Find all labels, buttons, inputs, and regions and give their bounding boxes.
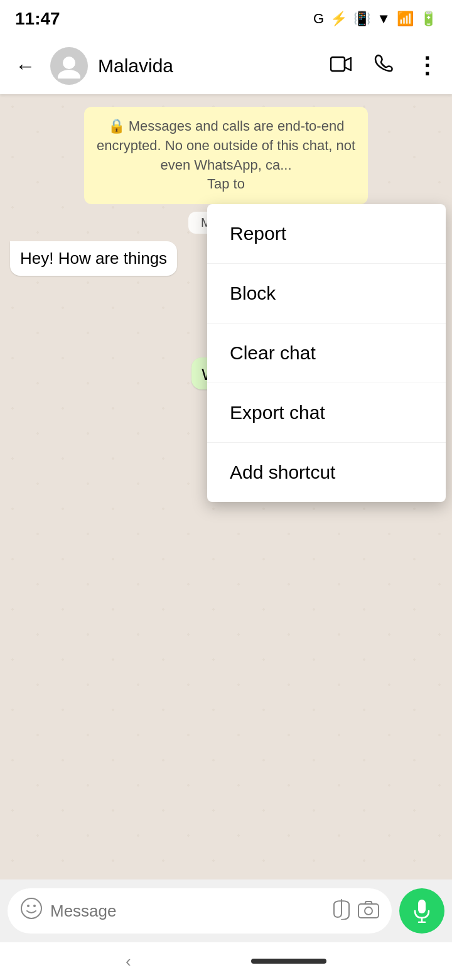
video-call-button[interactable] (325, 50, 357, 83)
menu-item-export-chat[interactable]: Export chat (207, 383, 446, 443)
chat-header: ← Malavida ⋮ (0, 38, 452, 94)
back-nav-button[interactable]: ‹ (126, 952, 131, 971)
chat-area: 🔒 Messages and calls are end-to-endencry… (0, 94, 452, 917)
nav-pill[interactable] (251, 959, 326, 964)
context-menu-overlay[interactable]: Report Block Clear chat Export chat Add … (0, 94, 452, 917)
bluetooth-icon: ⚡ (330, 11, 347, 27)
status-bar: 11:47 G ⚡ 📳 ▼ 📶 🔋 (0, 0, 452, 38)
menu-item-report[interactable]: Report (207, 204, 446, 264)
vibrate-icon: 📳 (353, 11, 370, 27)
signal-icon: 📶 (397, 11, 414, 27)
menu-item-add-shortcut[interactable]: Add shortcut (207, 443, 446, 502)
wifi-icon: ▼ (377, 11, 390, 27)
menu-item-block[interactable]: Block (207, 264, 446, 324)
header-actions: ⋮ (325, 48, 442, 84)
more-options-button[interactable]: ⋮ (411, 48, 442, 84)
svg-point-1 (58, 70, 80, 79)
nav-bar: ‹ (0, 942, 452, 980)
svg-rect-2 (331, 57, 345, 71)
back-button[interactable]: ← (10, 50, 40, 83)
video-call-icon (330, 55, 352, 73)
phone-call-button[interactable] (369, 49, 398, 83)
menu-item-clear-chat[interactable]: Clear chat (207, 324, 446, 383)
phone-call-icon (374, 54, 393, 73)
context-menu: Report Block Clear chat Export chat Add … (207, 204, 446, 502)
svg-marker-3 (345, 58, 351, 70)
status-time: 11:47 (15, 9, 60, 29)
carrier-icon: G (313, 11, 324, 27)
svg-point-0 (63, 57, 75, 69)
contact-name[interactable]: Malavida (98, 55, 315, 77)
avatar[interactable] (50, 47, 88, 85)
avatar-icon (56, 53, 82, 79)
battery-icon: 🔋 (420, 11, 437, 27)
status-icons: G ⚡ 📳 ▼ 📶 🔋 (313, 11, 437, 27)
